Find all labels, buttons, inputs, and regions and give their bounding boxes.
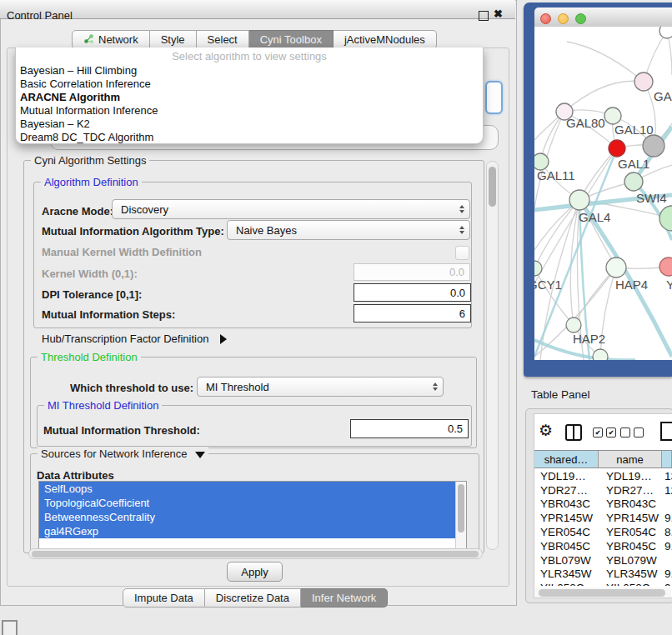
settings-vertical-scrollbar[interactable] bbox=[486, 161, 499, 550]
table-row[interactable]: YLR345WYLR345W9. bbox=[534, 568, 672, 582]
attribute-item-gal4rgexp[interactable]: gal4RGexp bbox=[39, 524, 455, 538]
table-cell: YDL19… bbox=[534, 470, 599, 482]
tab-infer-network[interactable]: Infer Network bbox=[301, 588, 388, 608]
column-header-2[interactable] bbox=[662, 450, 672, 468]
aracne-mode-combo[interactable]: Discovery bbox=[112, 199, 470, 219]
split-column-icon[interactable] bbox=[565, 424, 582, 441]
table-cell: YIL052C bbox=[534, 582, 599, 586]
which-threshold-combo[interactable]: MI Threshold bbox=[197, 377, 444, 397]
tab-cyni-toolbox[interactable]: Cyni Toolbox bbox=[249, 30, 333, 49]
column-header-shared-[interactable]: shared… bbox=[534, 450, 599, 468]
network-node[interactable] bbox=[643, 135, 664, 157]
network-edge[interactable] bbox=[567, 42, 644, 82]
mi-threshold-field[interactable]: 0.5 bbox=[350, 419, 469, 438]
tab-impute-data[interactable]: Impute Data bbox=[123, 588, 205, 608]
minimize-traffic-light-icon[interactable] bbox=[558, 13, 569, 24]
aracne-mode-label: Aracne Mode: bbox=[42, 205, 113, 218]
network-window-titlebar[interactable] bbox=[534, 8, 672, 28]
new-table-icon[interactable] bbox=[660, 422, 672, 441]
zoom-traffic-light-icon[interactable] bbox=[575, 13, 586, 24]
mi-steps-field[interactable]: 6 bbox=[354, 304, 471, 322]
hub-section-toggle[interactable]: Hub/Transcription Factor Definition bbox=[42, 332, 227, 345]
close-traffic-light-icon[interactable] bbox=[540, 13, 551, 24]
kernel-width-field[interactable]: 0.0 bbox=[354, 263, 470, 281]
float-panel-icon[interactable] bbox=[2, 620, 18, 635]
network-node-hap2[interactable] bbox=[566, 318, 581, 332]
float-window-icon[interactable] bbox=[479, 11, 489, 21]
tab-label: Impute Data bbox=[134, 592, 193, 604]
deselect-all-icon[interactable] bbox=[620, 428, 644, 438]
table-row[interactable]: YBR043CYBR043C bbox=[534, 498, 672, 512]
tab-discretize-data[interactable]: Discretize Data bbox=[205, 588, 301, 608]
dpi-tolerance-field[interactable]: 0.0 bbox=[354, 283, 471, 302]
network-node-gal10[interactable] bbox=[604, 108, 621, 124]
network-node-gcy1[interactable] bbox=[534, 261, 542, 276]
data-attributes-label: Data Attributes bbox=[37, 469, 114, 482]
select-all-icon[interactable]: ✔✔ bbox=[593, 428, 616, 438]
sources-title[interactable]: Sources for Network Inference bbox=[38, 448, 208, 460]
network-node-label: GAL bbox=[654, 89, 672, 103]
algorithm-item-bayesian-k2[interactable]: Bayesian – K2 bbox=[16, 118, 483, 131]
table-row[interactable]: YBR045CYBR045C9. bbox=[534, 539, 672, 553]
network-node-gal[interactable] bbox=[634, 72, 653, 91]
table-cell: 9. bbox=[662, 540, 672, 552]
network-canvas[interactable]: GALGAL80GAL10GAL1GAL11SWI4GAL4GCY1HAP4YH… bbox=[534, 27, 672, 360]
network-node-gal11[interactable] bbox=[534, 153, 549, 170]
data-attributes-list[interactable]: SelfLoopsTopologicalCoefficientBetweenne… bbox=[38, 481, 467, 549]
sources-title-label: Sources for Network Inference bbox=[41, 448, 188, 460]
main-tabs: NetworkStyleSelectCyni ToolboxjActiveMNo… bbox=[72, 30, 437, 49]
network-node-gal4[interactable] bbox=[569, 190, 589, 210]
algorithm-item-aracne-algorithm[interactable]: ARACNE Algorithm bbox=[16, 91, 483, 104]
tab-style[interactable]: Style bbox=[150, 30, 197, 49]
mi-type-combo[interactable]: Naive Bayes bbox=[227, 220, 470, 240]
control-panel-title: Control Panel bbox=[7, 9, 73, 22]
tab-label: Infer Network bbox=[312, 592, 376, 604]
algorithm-item-bayesian-hill-climbing[interactable]: Bayesian – Hill Climbing bbox=[16, 64, 483, 78]
inference-algorithm-combo-fragment[interactable] bbox=[485, 81, 503, 114]
settings-gear-icon[interactable]: ⚙ bbox=[539, 421, 553, 440]
table-cell: YDR27… bbox=[599, 484, 662, 497]
table-row[interactable]: YER054CYER054C8. bbox=[534, 525, 672, 539]
close-icon[interactable]: ✖ bbox=[494, 8, 503, 20]
tab-network[interactable]: Network bbox=[72, 30, 150, 49]
table-cell: YPR145W bbox=[534, 512, 599, 524]
apply-button[interactable]: Apply bbox=[227, 562, 283, 582]
list-scrollbar[interactable] bbox=[455, 482, 466, 548]
network-node-hap4[interactable] bbox=[606, 258, 626, 278]
attribute-item-selfloops[interactable]: SelfLoops bbox=[39, 482, 455, 496]
table-row[interactable]: YDL19…YDL19…13 bbox=[534, 469, 672, 483]
stepper-icon bbox=[459, 226, 464, 234]
table-row[interactable]: YPR145WYPR145W9. bbox=[534, 511, 672, 525]
screen: Control Panel ✖ NetworkStyleSelectCyni T… bbox=[0, 0, 672, 635]
tab-jactivemnodules[interactable]: jActiveMNodules bbox=[333, 30, 437, 49]
table-cell: 9 bbox=[662, 582, 672, 586]
network-node-swi4[interactable] bbox=[624, 172, 643, 191]
network-node[interactable] bbox=[593, 349, 608, 360]
network-edge[interactable] bbox=[564, 81, 644, 112]
table-row[interactable]: YIL052CYIL052C9 bbox=[534, 581, 672, 586]
table-row[interactable]: YDR27…YDR27…12 bbox=[534, 483, 672, 498]
attribute-item-betweennesscentrality[interactable]: BetweennessCentrality bbox=[39, 510, 455, 524]
algorithm-item-dream8-dc-tdc-algorithm[interactable]: Dream8 DC_TDC Algorithm bbox=[16, 131, 483, 144]
network-node[interactable] bbox=[659, 27, 672, 38]
manual-kernel-checkbox[interactable] bbox=[455, 246, 469, 260]
table-cell: YBL079W bbox=[599, 554, 662, 567]
network-node-y[interactable] bbox=[659, 258, 672, 276]
table-cell: YIL052C bbox=[599, 582, 662, 586]
settings-horizontal-scrollbar[interactable] bbox=[28, 548, 483, 559]
attribute-item-topologicalcoefficient[interactable]: TopologicalCoefficient bbox=[39, 496, 455, 510]
algorithm-item-mutual-information-inference[interactable]: Mutual Information Inference bbox=[16, 104, 483, 118]
network-node-label: GAL4 bbox=[579, 210, 610, 224]
network-node[interactable] bbox=[659, 206, 672, 231]
table-cell: YBR043C bbox=[534, 498, 599, 510]
network-node-label: GCY1 bbox=[534, 278, 562, 292]
column-header-name[interactable]: name bbox=[599, 450, 662, 468]
algorithm-item-basic-correlation-inference[interactable]: Basic Correlation Inference bbox=[16, 78, 483, 91]
network-node-gal1[interactable] bbox=[609, 140, 625, 157]
table-cell: YDL19… bbox=[599, 470, 662, 482]
table-horizontal-scrollbar[interactable] bbox=[535, 588, 671, 598]
table-cell: YER054C bbox=[599, 526, 662, 538]
tab-select[interactable]: Select bbox=[197, 30, 249, 49]
table-row[interactable]: YBL079WYBL079W bbox=[534, 553, 672, 568]
algorithm-popup-placeholder: Select algorithm to view settings bbox=[16, 50, 483, 62]
